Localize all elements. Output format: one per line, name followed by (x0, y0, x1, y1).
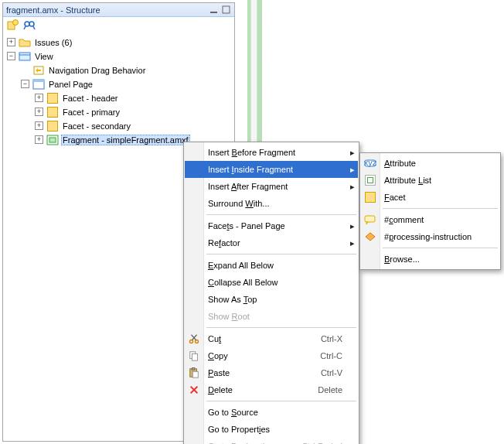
attribute-icon: xyz (361, 158, 380, 169)
menu-go-source[interactable]: Go to Source (185, 404, 358, 421)
expander-icon[interactable]: + (35, 94, 43, 102)
fragment-icon (46, 134, 59, 146)
tree-node-facet-secondary[interactable]: + Facet - secondary (5, 119, 233, 133)
svg-line-17 (192, 335, 196, 340)
menu-insert-after[interactable]: Insert After Fragment▸ (185, 178, 358, 195)
view-icon (19, 50, 31, 63)
menu-refactor[interactable]: Refactor▸ (185, 234, 358, 251)
submenu-processing-instruction[interactable]: #processing-instruction (361, 228, 499, 245)
maximize-icon[interactable] (220, 5, 231, 15)
facet-icon (361, 192, 380, 203)
submenu-browse[interactable]: Browse... (361, 251, 499, 268)
menu-collapse-all[interactable]: Collapse All Below (185, 274, 358, 291)
tree-label: Facet - primary (61, 107, 121, 118)
expander-icon[interactable]: − (7, 52, 15, 60)
tree-node-issues[interactable]: + Issues (6) (5, 36, 233, 50)
cut-icon (185, 333, 203, 344)
svg-point-4 (25, 22, 29, 26)
panel-toolbar (3, 17, 234, 34)
menu-show-root: Show Root (185, 308, 358, 325)
facet-icon (46, 106, 59, 118)
submenu-arrow-icon: ▸ (347, 221, 358, 231)
svg-rect-12 (33, 80, 44, 82)
tree-label: Panel Page (47, 79, 94, 90)
menu-expand-all[interactable]: Expand All Below (185, 257, 358, 274)
submenu-comment[interactable]: #comment (361, 211, 499, 228)
submenu-attribute-list[interactable]: Attribute List (361, 172, 499, 189)
menu-insert-before[interactable]: Insert Before Fragment▸ (185, 144, 358, 161)
facet-icon (46, 92, 59, 104)
submenu-attribute[interactable]: xyzAttribute (361, 155, 499, 172)
menu-separator (206, 327, 356, 328)
tree-label: Facet - secondary (61, 121, 132, 131)
svg-rect-23 (192, 371, 198, 377)
svg-rect-8 (19, 53, 30, 60)
comment-icon (361, 214, 380, 225)
svg-point-5 (29, 22, 34, 26)
folder-icon (19, 36, 31, 49)
svg-line-7 (33, 26, 35, 29)
svg-point-15 (189, 340, 192, 343)
menu-separator (383, 208, 498, 209)
expander-icon[interactable]: − (21, 80, 29, 88)
svg-rect-22 (192, 367, 195, 370)
menu-cut[interactable]: CutCtrl-X (185, 330, 358, 347)
new-element-icon[interactable] (6, 19, 19, 32)
processing-instruction-icon (361, 231, 380, 242)
tree-node-facet-header[interactable]: + Facet - header (5, 91, 233, 105)
find-icon[interactable] (23, 19, 36, 32)
tree-label: View (33, 51, 55, 62)
submenu-facet[interactable]: Facet (361, 189, 499, 206)
copy-icon (185, 350, 203, 361)
tree-label: Facet - header (61, 93, 120, 104)
tree-label: Navigation Drag Behavior (47, 65, 147, 76)
menu-separator (383, 248, 498, 248)
context-submenu-insert-inside: xyzAttribute Attribute List Facet #comme… (359, 152, 501, 270)
svg-rect-20 (192, 353, 197, 360)
menu-go-declaration: Go to DeclarationCtrl-Period (185, 438, 358, 444)
submenu-arrow-icon: ▸ (347, 182, 358, 192)
tree-node-panel-page[interactable]: − Panel Page (5, 77, 233, 91)
attribute-list-icon (361, 175, 380, 186)
structure-tree[interactable]: + Issues (6) − View Navigation Drag Beha… (3, 34, 234, 149)
minimize-icon[interactable] (208, 5, 219, 15)
facet-icon (46, 120, 59, 132)
svg-marker-29 (366, 233, 375, 241)
menu-separator (206, 254, 356, 254)
menu-go-properties[interactable]: Go to Properties (185, 421, 358, 438)
svg-rect-28 (365, 216, 375, 222)
tree-label: Issues (6) (33, 37, 73, 48)
paste-icon (185, 367, 203, 378)
expander-icon[interactable]: + (35, 135, 43, 144)
menu-delete[interactable]: DeleteDelete (185, 381, 358, 398)
tree-node-nav-drag[interactable]: Navigation Drag Behavior (5, 63, 233, 77)
tree-node-view[interactable]: − View (5, 50, 233, 63)
context-menu: Insert Before Fragment▸ Insert Inside Fr… (183, 142, 359, 444)
svg-point-3 (13, 20, 19, 26)
menu-surround-with[interactable]: Surround With... (185, 195, 358, 212)
menu-insert-inside[interactable]: Insert Inside Fragment▸ (185, 161, 358, 178)
svg-line-18 (192, 335, 196, 340)
expander-icon[interactable]: + (7, 38, 15, 46)
tree-node-facet-primary[interactable]: + Facet - primary (5, 105, 233, 119)
panel-title: fragment.amx - Structure (6, 5, 206, 15)
svg-rect-14 (49, 138, 56, 142)
svg-line-6 (24, 26, 26, 29)
panel-titlebar: fragment.amx - Structure (3, 3, 234, 17)
panel-page-icon (32, 78, 45, 91)
expander-icon[interactable]: + (35, 108, 43, 116)
svg-rect-0 (210, 12, 217, 13)
menu-show-as-top[interactable]: Show As Top (185, 291, 358, 308)
submenu-arrow-icon: ▸ (347, 165, 358, 175)
menu-separator (206, 214, 356, 215)
submenu-arrow-icon: ▸ (347, 148, 358, 158)
expander-icon[interactable]: + (35, 121, 43, 130)
menu-copy[interactable]: CopyCtrl-C (185, 347, 358, 364)
svg-point-16 (195, 340, 198, 343)
delete-icon (185, 384, 203, 395)
menu-facets[interactable]: Facets - Panel Page▸ (185, 217, 358, 234)
tree-label-selected: Fragment - simpleFragment.amxf (61, 135, 190, 145)
menu-paste[interactable]: PasteCtrl-V (185, 364, 358, 381)
submenu-arrow-icon: ▸ (347, 238, 358, 248)
behavior-icon (32, 64, 45, 77)
